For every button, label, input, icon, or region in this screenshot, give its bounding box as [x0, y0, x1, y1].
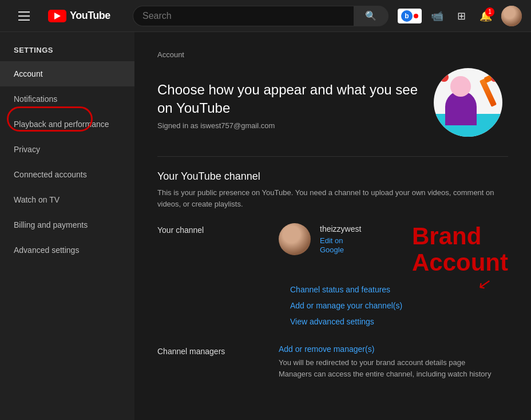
channel-managers-label: Channel managers: [157, 344, 260, 379]
topnav-right: b 📹 ⊞ 🔔 1: [398, 5, 522, 27]
upload-button[interactable]: 📹: [426, 5, 448, 27]
channel-details: theizzywest Edit on Google Brand Account…: [279, 223, 508, 276]
channel-status-link[interactable]: Channel status and features: [290, 285, 508, 294]
channel-name: theizzywest: [320, 224, 364, 233]
logo-container[interactable]: YouTube: [48, 10, 110, 22]
breadcrumb: Account: [157, 50, 508, 59]
brand-text-line1: Brand: [412, 223, 508, 249]
sidebar-item-privacy[interactable]: Privacy: [0, 137, 134, 162]
search-icon: 🔍: [365, 11, 377, 21]
notification-button[interactable]: 🔔 1: [475, 5, 497, 27]
sidebar-item-label: Account: [14, 69, 43, 78]
upload-icon: 📹: [431, 10, 443, 22]
sidebar-item-label: Playback and performance: [14, 120, 109, 129]
sidebar-item-label: Billing and payments: [14, 220, 88, 229]
youtube-channel-section: Your YouTube channel This is your public…: [157, 171, 508, 209]
apps-icon: ⊞: [457, 10, 466, 22]
managers-desc-line1: You will be redirected to your brand acc…: [279, 357, 508, 369]
search-bar: 🔍: [133, 6, 389, 26]
sidebar-title: SETTINGS: [0, 41, 134, 61]
topnav-left: YouTube: [9, 2, 124, 30]
sidebar-item-account[interactable]: Account: [0, 61, 134, 86]
illustration-circle: [434, 68, 502, 137]
account-badge[interactable]: b: [398, 9, 422, 23]
managers-row: Channel managers Add or remove manager(s…: [157, 344, 508, 379]
avatar-image: [501, 6, 522, 26]
sidebar-item-billing[interactable]: Billing and payments: [0, 212, 134, 237]
youtube-logo-icon: [48, 10, 66, 22]
channel-row: Your channel theizzywest Edit on Google …: [157, 223, 508, 276]
badge-dot: [414, 14, 418, 18]
logo-text: YouTube: [70, 10, 110, 22]
sidebar: SETTINGS Account Notifications Playback …: [0, 32, 134, 420]
brand-account-annotation: Brand Account ↙: [412, 223, 508, 276]
topnav: YouTube 🔍 b 📹 ⊞ 🔔 1: [0, 0, 531, 32]
page-title: Choose how you appear and what you see o…: [157, 81, 421, 116]
channel-info: theizzywest Edit on Google: [279, 223, 364, 255]
your-channel-label: Your channel: [157, 223, 260, 276]
add-remove-managers-link[interactable]: Add or remove manager(s): [279, 344, 508, 354]
header-illustration: [434, 68, 508, 142]
managers-section: Channel managers Add or remove manager(s…: [157, 344, 508, 379]
channel-links: Channel status and features Add or manag…: [290, 285, 508, 326]
badge-letter: b: [401, 10, 413, 22]
app-body: SETTINGS Account Notifications Playback …: [0, 32, 531, 420]
sidebar-item-advanced[interactable]: Advanced settings: [0, 237, 134, 263]
sidebar-item-notifications[interactable]: Notifications: [0, 86, 134, 112]
sidebar-item-playback[interactable]: Playback and performance: [0, 112, 134, 137]
hamburger-icon: [14, 7, 34, 25]
sidebar-item-label: Advanced settings: [14, 245, 79, 255]
edit-on-google-link[interactable]: Edit on Google: [320, 236, 344, 254]
page-header: Choose how you appear and what you see o…: [157, 68, 508, 142]
manage-channels-link[interactable]: Add or manage your channel(s): [290, 301, 508, 310]
search-button[interactable]: 🔍: [354, 6, 389, 26]
channel-avatar: [279, 223, 311, 255]
sidebar-item-label: Notifications: [14, 94, 57, 104]
section-divider-1: [157, 156, 508, 157]
managers-content: Add or remove manager(s) You will be red…: [279, 344, 508, 379]
signed-in-text: Signed in as iswest757@gmail.com: [157, 121, 421, 130]
view-advanced-link[interactable]: View advanced settings: [290, 317, 508, 326]
sidebar-item-label: Connected accounts: [14, 170, 87, 179]
sidebar-item-label: Watch on TV: [14, 195, 60, 204]
brand-text-line2: Account: [412, 249, 508, 276]
apps-button[interactable]: ⊞: [453, 5, 470, 27]
sidebar-item-watch-tv[interactable]: Watch on TV: [0, 187, 134, 212]
page-header-text: Choose how you appear and what you see o…: [157, 81, 421, 129]
sidebar-item-connected[interactable]: Connected accounts: [0, 162, 134, 187]
avatar[interactable]: [501, 6, 522, 26]
channel-section-title: Your YouTube channel: [157, 171, 508, 183]
main-content: Account Choose how you appear and what y…: [134, 32, 531, 420]
channel-name-block: theizzywest Edit on Google: [320, 224, 364, 254]
sidebar-item-label: Privacy: [14, 145, 40, 154]
managers-desc-line2: Managers can access the entire channel, …: [279, 369, 508, 380]
search-input[interactable]: [133, 6, 354, 26]
channel-section-desc: This is your public presence on YouTube.…: [157, 187, 508, 209]
notification-count: 1: [485, 7, 494, 17]
hamburger-button[interactable]: [9, 2, 39, 30]
